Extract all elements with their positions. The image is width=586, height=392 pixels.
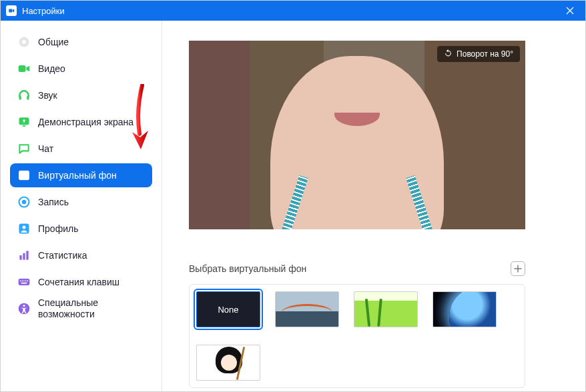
svg-rect-18 — [23, 281, 24, 282]
background-none-label: None — [218, 305, 238, 315]
virtual-background-section-title: Выбрать виртуальный фон — [189, 263, 306, 274]
svg-rect-2 — [19, 65, 26, 72]
svg-point-12 — [23, 225, 26, 229]
background-option-custom[interactable] — [196, 345, 260, 381]
chat-icon — [17, 141, 31, 156]
svg-rect-13 — [19, 255, 21, 260]
sidebar-item-share-screen[interactable]: Демонстрация экрана — [10, 110, 152, 134]
close-button[interactable] — [560, 1, 580, 21]
svg-rect-15 — [26, 251, 28, 259]
sidebar-item-virtual-background[interactable]: Виртуальный фон — [10, 163, 152, 187]
svg-rect-3 — [19, 96, 21, 100]
sidebar-item-label: Виртуальный фон — [38, 170, 117, 181]
sidebar-item-label: Чат — [38, 143, 53, 155]
svg-rect-17 — [20, 281, 21, 282]
sidebar-item-label: Сочетания клавиш — [38, 277, 119, 288]
sidebar-item-profile[interactable]: Профиль — [10, 217, 152, 241]
background-option-grass[interactable] — [354, 291, 418, 327]
sidebar-item-statistics[interactable]: Статистика — [10, 243, 152, 267]
sidebar-item-label: Звук — [38, 90, 57, 101]
content-pane: Поворот на 90° Выбрать виртуальный фон N… — [162, 21, 585, 391]
background-option-none[interactable]: None — [196, 291, 260, 327]
svg-rect-19 — [25, 281, 26, 282]
sidebar-item-audio[interactable]: Звук — [10, 83, 152, 107]
add-background-button[interactable] — [511, 261, 525, 276]
sidebar-item-video[interactable]: Видео — [10, 57, 152, 81]
accessibility-icon — [17, 301, 31, 316]
rotate-label: Поворот на 90° — [457, 49, 513, 59]
titlebar: Настройки — [1, 1, 585, 21]
sidebar: Общие Видео Звук Демонстрация экрана Чат — [1, 21, 162, 391]
record-icon — [17, 195, 31, 209]
sidebar-item-label: Запись — [38, 197, 69, 208]
sidebar-item-accessibility[interactable]: Специальные возможности — [10, 297, 152, 321]
app-icon — [6, 5, 17, 16]
background-thumbnails: None — [189, 284, 525, 388]
svg-rect-16 — [19, 279, 30, 285]
headphones-icon — [17, 88, 31, 103]
svg-rect-6 — [23, 125, 26, 127]
sidebar-item-label: Статистика — [38, 250, 87, 261]
video-icon — [17, 61, 31, 76]
svg-rect-14 — [23, 253, 25, 260]
rotate-90-button[interactable]: Поворот на 90° — [437, 46, 520, 62]
sidebar-item-label: Видео — [38, 63, 65, 75]
sidebar-item-chat[interactable]: Чат — [10, 137, 152, 161]
titlebar-title: Настройки — [22, 6, 560, 16]
svg-point-8 — [23, 173, 26, 176]
sidebar-item-label: Специальные возможности — [38, 297, 145, 320]
sidebar-item-recording[interactable]: Запись — [10, 190, 152, 214]
svg-rect-21 — [21, 283, 27, 284]
sidebar-item-keyboard-shortcuts[interactable]: Сочетания клавиш — [10, 270, 152, 294]
sidebar-item-label: Демонстрация экрана — [38, 117, 133, 128]
svg-rect-20 — [27, 281, 28, 282]
statistics-icon — [17, 248, 31, 263]
share-screen-icon — [17, 115, 31, 129]
profile-icon — [17, 221, 31, 236]
svg-point-23 — [23, 305, 25, 307]
gear-icon — [17, 35, 31, 49]
sidebar-item-label: Профиль — [38, 223, 78, 235]
svg-point-1 — [22, 40, 26, 44]
svg-rect-4 — [27, 96, 29, 100]
camera-preview: Поворот на 90° — [189, 41, 525, 229]
keyboard-icon — [17, 275, 31, 289]
background-option-bridge[interactable] — [275, 291, 339, 327]
rotate-icon — [444, 49, 453, 59]
sidebar-item-label: Общие — [38, 37, 69, 48]
virtual-background-icon — [17, 168, 31, 183]
background-option-earth[interactable] — [432, 291, 497, 327]
sidebar-item-general[interactable]: Общие — [10, 30, 152, 54]
svg-point-10 — [22, 200, 27, 205]
